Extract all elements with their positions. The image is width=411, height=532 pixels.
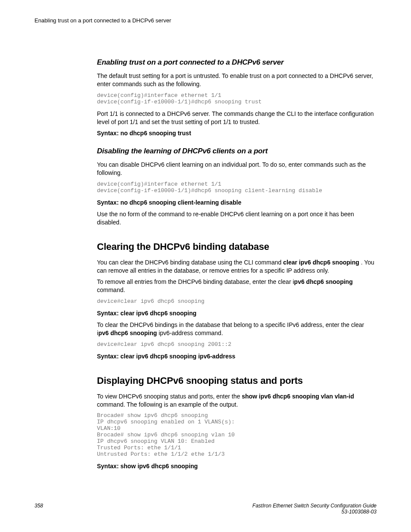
page-footer: 358 FastIron Ethernet Switch Security Co… <box>34 503 377 515</box>
heading-enabling-trust: Enabling trust on a port connected to a … <box>97 58 377 67</box>
code-block: device(config)#interface ethernet 1/1 de… <box>97 181 377 194</box>
code-block: Brocade# show ipv6 dhcp6 snooping IP dhc… <box>97 413 377 458</box>
code-block: device#clear ipv6 dhcp6 snooping 2001::2 <box>97 342 377 348</box>
text: To remove all entries from the DHCPv6 bi… <box>97 278 294 285</box>
page: Enabling trust on a port connected to a … <box>0 0 411 532</box>
syntax-line: Syntax: clear ipv6 dhcp6 snooping <box>97 309 377 317</box>
command-text: pv6 dhcp6 snooping <box>294 278 353 285</box>
paragraph: To view DHCPv6 snooping status and ports… <box>97 392 377 409</box>
command-text: clear ipv6 dhcp6 snooping <box>283 259 359 266</box>
running-header: Enabling trust on a port connected to a … <box>34 17 377 24</box>
syntax-line: Syntax: no dhcp6 snooping trust <box>97 129 377 137</box>
code-block: device(config)#interface ethernet 1/1 de… <box>97 93 377 106</box>
paragraph: You can disable DHCPv6 client learning o… <box>97 161 377 177</box>
heading-disabling-learning: Disabling the learning of DHCPv6 clients… <box>97 147 377 156</box>
paragraph: Use the no form of the command to re-ena… <box>97 210 377 227</box>
syntax-line: Syntax: clear ipv6 dhcp6 snooping ipv6-a… <box>97 352 377 361</box>
page-number: 358 <box>34 503 43 509</box>
paragraph: To remove all entries from the DHCPv6 bi… <box>97 278 377 294</box>
heading-displaying-status: Displaying DHCPv6 snooping status and po… <box>97 375 377 386</box>
command-text: pv6 dhcp6 snooping <box>98 330 157 336</box>
text: command. <box>97 286 125 293</box>
paragraph: You can clear the DHCPv6 binding databas… <box>97 258 377 275</box>
code-block: device#clear ipv6 dhcp6 snooping <box>97 299 377 305</box>
paragraph: To clear the DHCPv6 bindings in the data… <box>97 321 377 337</box>
text: command. The following is an example of … <box>97 401 238 408</box>
syntax-line: Syntax: show ipv6 dhcp6 snooping <box>97 462 377 470</box>
footer-right: FastIron Ethernet Switch Security Config… <box>252 503 377 515</box>
command-text: show ipv6 dhcp6 snooping vlan vlan-id <box>242 393 354 400</box>
paragraph: Port 1/1 is connected to a DHCPv6 server… <box>97 110 377 126</box>
text: ipv6-address command. <box>157 330 223 336</box>
footer-docid: 53-1003088-03 <box>252 509 377 515</box>
footer-title: FastIron Ethernet Switch Security Config… <box>252 503 377 509</box>
content-area: Enabling trust on a port connected to a … <box>97 58 377 470</box>
paragraph: The default trust setting for a port is … <box>97 72 377 88</box>
syntax-line: Syntax: no dhcp6 snooping client-learnin… <box>97 199 377 207</box>
text: You can clear the DHCPv6 binding databas… <box>97 259 283 266</box>
heading-clearing-database: Clearing the DHCPv6 binding database <box>97 241 377 252</box>
text: To view DHCPv6 snooping status and ports… <box>97 393 242 400</box>
